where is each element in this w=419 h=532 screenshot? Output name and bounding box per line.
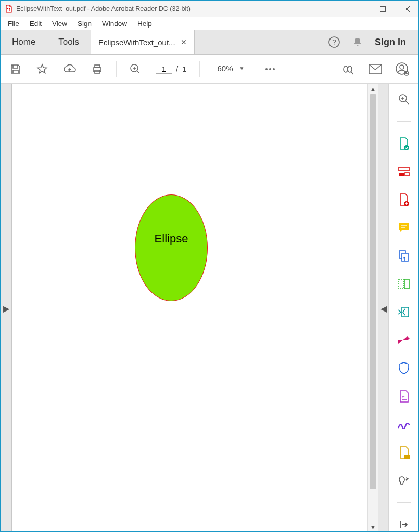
compress-pdf-icon[interactable] [398,306,410,318]
more-icon[interactable] [264,63,276,75]
cloud-upload-icon[interactable] [63,63,77,75]
left-panel-toggle[interactable]: ▶ [1,84,12,532]
svg-line-25 [405,101,409,104]
ellipse-text: Ellipse [155,232,188,245]
comment-icon[interactable] [398,222,410,234]
search-tool-icon[interactable] [398,93,410,106]
tab-document[interactable]: EclipseWithText_out... ✕ [91,30,195,54]
redact-icon[interactable] [398,334,410,346]
toolbar-separator [199,61,200,77]
chevron-right-icon: ▶ [3,303,9,313]
create-pdf-icon[interactable] [398,193,410,206]
fill-sign-icon[interactable] [398,390,410,403]
star-icon[interactable] [36,63,48,75]
svg-line-10 [137,71,139,73]
close-tab-icon[interactable]: ✕ [181,38,187,46]
collapse-sidebar-icon[interactable] [398,518,410,531]
zoom-find-icon[interactable] [129,63,142,75]
svg-rect-7 [95,65,100,68]
organize-pages-icon[interactable] [398,278,410,290]
edit-pdf-icon[interactable] [398,165,410,178]
tab-home[interactable]: Home [1,30,47,54]
zoom-select[interactable]: 60% ▼ [212,64,250,74]
scroll-thumb[interactable] [370,94,376,489]
document-page: Ellipse [12,84,367,532]
help-icon[interactable]: ? [328,36,340,48]
maximize-button[interactable] [371,1,395,17]
svg-point-20 [400,65,404,69]
zoom-control: 60% ▼ [212,64,250,74]
chevron-down-icon: ▼ [239,66,245,71]
titlebar: EclipseWithText_out.pdf - Adobe Acrobat … [1,1,418,17]
tools-sidebar [388,84,418,532]
zoom-value: 60% [218,64,233,73]
svg-text:?: ? [332,38,336,46]
right-panel-toggle[interactable]: ◀ [378,84,388,532]
window-controls [347,1,418,17]
menu-file[interactable]: File [3,18,24,29]
save-icon[interactable] [10,63,21,75]
bell-icon[interactable] [352,36,363,48]
menu-help[interactable]: Help [132,18,157,29]
menu-edit[interactable]: Edit [24,18,47,29]
svg-rect-31 [405,173,409,176]
export-pdf-icon[interactable] [398,137,410,150]
page-separator: / [176,64,178,73]
chevron-left-icon: ◀ [380,303,387,313]
page-total: 1 [182,64,186,73]
tab-tools[interactable]: Tools [47,30,91,54]
svg-rect-38 [404,279,409,289]
email-icon[interactable] [369,64,382,74]
combine-files-icon[interactable] [398,250,410,262]
app-icon [5,5,13,13]
svg-point-17 [348,66,352,72]
share-link-icon[interactable] [341,63,355,75]
tab-document-label: EclipseWithText_out... [98,38,175,47]
minimize-button[interactable] [347,1,371,17]
protect-icon[interactable] [398,362,410,374]
svg-rect-40 [404,455,410,459]
scroll-down-icon[interactable]: ▼ [368,522,378,532]
app-tab-bar: Home Tools EclipseWithText_out... ✕ ? Si… [1,30,418,55]
sidebar-divider [397,121,411,122]
print-icon[interactable] [91,63,104,75]
ellipse-shape: Ellipse [135,194,208,301]
menu-window[interactable]: Window [97,18,132,29]
sidebar-divider [397,502,411,503]
svg-rect-30 [399,173,404,176]
document-area[interactable]: Ellipse [12,84,367,532]
svg-rect-1 [380,6,385,11]
vertical-scrollbar[interactable]: ▲ ▼ [367,84,378,532]
svg-point-15 [273,68,275,70]
more-tools-icon[interactable] [398,474,410,487]
menu-sign[interactable]: Sign [72,18,97,29]
svg-point-14 [269,68,271,70]
menubar: File Edit View Sign Window Help [1,17,418,30]
sign-tool-icon[interactable] [398,418,410,431]
close-button[interactable] [395,1,418,17]
workspace: ▶ Ellipse ▲ ▼ ◀ [1,84,418,532]
toolbar: / 1 60% ▼ [1,55,418,84]
scroll-up-icon[interactable]: ▲ [368,84,378,94]
sign-in-link[interactable]: Sign In [375,37,406,48]
window-title: EclipseWithText_out.pdf - Adobe Acrobat … [16,5,191,12]
svg-point-16 [344,66,348,72]
svg-point-13 [265,68,268,70]
account-icon[interactable] [396,62,409,76]
menu-view[interactable]: View [47,18,72,29]
send-comment-icon[interactable] [398,446,410,459]
page-current-input[interactable] [156,64,172,74]
svg-rect-37 [399,279,403,289]
page-navigator: / 1 [156,64,187,74]
toolbar-separator [116,61,117,77]
svg-rect-29 [399,167,409,171]
